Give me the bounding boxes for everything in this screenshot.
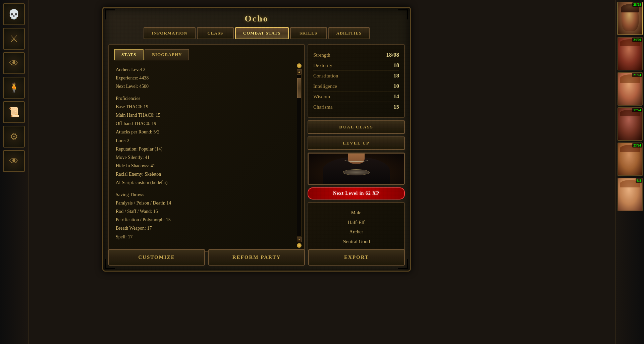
ai-script-text: AI Script: custom (bddefai) — [116, 178, 294, 187]
attr-row-intelligence: Intelligence 10 — [313, 81, 399, 92]
bottom-bar: CUSTOMIZE REFORM PARTY EXPORT — [108, 249, 405, 266]
tab-skills[interactable]: SKILLS — [290, 27, 327, 39]
rod-text: Rod / Staff / Wand: 16 — [116, 207, 294, 216]
gear-icon[interactable]: ⚙ — [3, 126, 25, 148]
level-up-button[interactable]: LEVEL UP — [308, 136, 405, 150]
attr-name-constitution: Constitution — [313, 73, 338, 79]
attr-value-constitution: 18 — [382, 72, 399, 79]
party-hp-1: 28/28 — [632, 2, 642, 7]
eye-icon[interactable]: 👁 — [3, 52, 25, 74]
customize-button[interactable]: CUSTOMIZE — [108, 249, 205, 266]
attr-value-intelligence: 10 — [382, 83, 399, 90]
party-hp-6: 8/8 — [636, 178, 642, 183]
spell-text: Spell: 17 — [116, 233, 294, 241]
scroll-icon[interactable]: 📜 — [3, 101, 25, 123]
attr-row-strength: Strength 18/08 — [313, 50, 399, 60]
attr-name-dexterity: Dexterity — [313, 63, 332, 68]
stats-content: Archer: Level 2 Experience: 4438 Next Le… — [109, 60, 304, 246]
scroll-thumb — [297, 78, 301, 98]
action-buttons: DUAL CLASS LEVEL UP — [308, 120, 405, 150]
attributes-box: Strength 18/08 Dexterity 18 Constitution… — [308, 44, 405, 118]
right-panel: Strength 18/08 Dexterity 18 Constitution… — [308, 44, 405, 252]
attr-value-wisdom: 14 — [382, 93, 399, 100]
party-member-4[interactable]: 17/24 — [618, 107, 643, 141]
portrait-render — [309, 154, 404, 184]
saving-throws-label: Saving Throws — [116, 190, 294, 199]
petrification-text: Petrification / Polymorph: 15 — [116, 216, 294, 224]
party-member-2[interactable]: 24/26 — [618, 37, 643, 70]
xp-badge: Next Level in 62 XP — [308, 187, 405, 199]
base-thac0-text: Base THAC0: 19 — [116, 103, 294, 111]
next-level-text: Next Level: 4500 — [116, 82, 294, 91]
attr-name-wisdom: Wisdom — [313, 94, 330, 100]
portrait-base — [343, 169, 370, 175]
char-class: Archer — [313, 227, 399, 237]
reputation-text: Reputation: Popular (14) — [116, 145, 294, 153]
scroll-up-btn[interactable]: ▲ — [297, 69, 302, 74]
eye2-icon[interactable]: 👁 — [3, 150, 25, 172]
char-info: Male Half-Elf Archer Neutral Good — [308, 202, 405, 252]
attacks-text: Attacks per Round: 5/2 — [116, 128, 294, 136]
attr-value-charisma: 15 — [382, 104, 399, 110]
content-area: STATS BIOGRAPHY Archer: Level 2 Experien… — [108, 44, 405, 252]
portrait-necklace — [344, 158, 368, 162]
attr-row-charisma: Charisma 15 — [313, 102, 399, 112]
sub-tab-biography[interactable]: BIOGRAPHY — [145, 49, 189, 60]
attr-value-strength: 18/08 — [382, 52, 399, 58]
char-alignment: Neutral Good — [313, 237, 399, 246]
reform-party-button[interactable]: REFORM PARTY — [208, 249, 305, 266]
dual-class-button[interactable]: DUAL CLASS — [308, 120, 405, 134]
attr-row-wisdom: Wisdom 14 — [313, 92, 399, 102]
scroll-top-ornament — [297, 63, 302, 68]
off-hand-text: Off-hand THAC0: 19 — [116, 119, 294, 128]
party-member-1[interactable]: 28/28 — [618, 2, 643, 35]
party-hp-4: 17/24 — [632, 108, 642, 112]
right-sidebar: 28/28 24/26 21/24 17/24 — [615, 0, 644, 344]
corner-tl — [105, 9, 115, 19]
tab-abilities[interactable]: ABILITIES — [328, 27, 370, 39]
party-hp-5: 23/24 — [632, 143, 642, 148]
character-portrait — [308, 153, 405, 185]
class-level-text: Archer: Level 2 — [116, 65, 294, 74]
attr-name-charisma: Charisma — [313, 104, 333, 110]
scrollbar: ▲ ▼ — [297, 63, 302, 248]
tab-combat-stats[interactable]: COMBAT STATS — [235, 27, 289, 39]
tab-bar: INFORMATION CLASS COMBAT STATS SKILLS AB… — [103, 27, 410, 44]
character-name: Ocho — [103, 8, 410, 27]
corner-tr — [398, 9, 408, 19]
attr-row-dexterity: Dexterity 18 — [313, 60, 399, 71]
attr-name-intelligence: Intelligence — [313, 83, 337, 89]
attr-name-strength: Strength — [313, 52, 330, 58]
party-hp-2: 24/26 — [632, 38, 642, 42]
sword-icon[interactable]: ⚔ — [3, 28, 25, 50]
lore-text: Lore: 2 — [116, 136, 294, 145]
main-panel: Ocho INFORMATION CLASS COMBAT STATS SKIL… — [102, 7, 411, 272]
left-sidebar: 💀 ⚔ 👁 🧍 📜 ⚙ 👁 — [0, 0, 29, 344]
char-race: Half-Elf — [313, 218, 399, 227]
hide-shadows-text: Hide In Shadows: 41 — [116, 162, 294, 170]
proficiencies-label: Proficiencies — [116, 94, 294, 103]
sub-tab-bar: STATS BIOGRAPHY — [109, 45, 304, 60]
breath-weapon-text: Breath Weapon: 17 — [116, 224, 294, 232]
char-gender: Male — [313, 208, 399, 218]
party-member-5[interactable]: 23/24 — [618, 142, 643, 176]
racial-enemy-text: Racial Enemy: Skeleton — [116, 170, 294, 178]
party-member-3[interactable]: 21/24 — [618, 72, 643, 106]
party-member-6[interactable]: 8/8 — [618, 178, 643, 211]
export-button[interactable]: EXPORT — [308, 249, 405, 266]
scroll-down-btn[interactable]: ▼ — [297, 237, 302, 242]
paralysis-text: Paralysis / Poison / Death: 14 — [116, 199, 294, 207]
sub-tab-stats[interactable]: STATS — [114, 49, 144, 60]
person-icon[interactable]: 🧍 — [3, 77, 25, 99]
scroll-track[interactable] — [297, 74, 302, 237]
scroll-bottom-ornament — [297, 243, 302, 248]
stats-panel: STATS BIOGRAPHY Archer: Level 2 Experien… — [108, 44, 305, 252]
tab-class[interactable]: CLASS — [197, 27, 234, 39]
skull-icon[interactable]: 💀 — [3, 3, 25, 25]
move-silently-text: Move Silently: 41 — [116, 153, 294, 162]
experience-text: Experience: 4438 — [116, 74, 294, 82]
attr-value-dexterity: 18 — [382, 62, 399, 69]
attr-row-constitution: Constitution 18 — [313, 71, 399, 81]
main-hand-text: Main Hand THAC0: 15 — [116, 111, 294, 119]
tab-information[interactable]: INFORMATION — [144, 27, 196, 39]
